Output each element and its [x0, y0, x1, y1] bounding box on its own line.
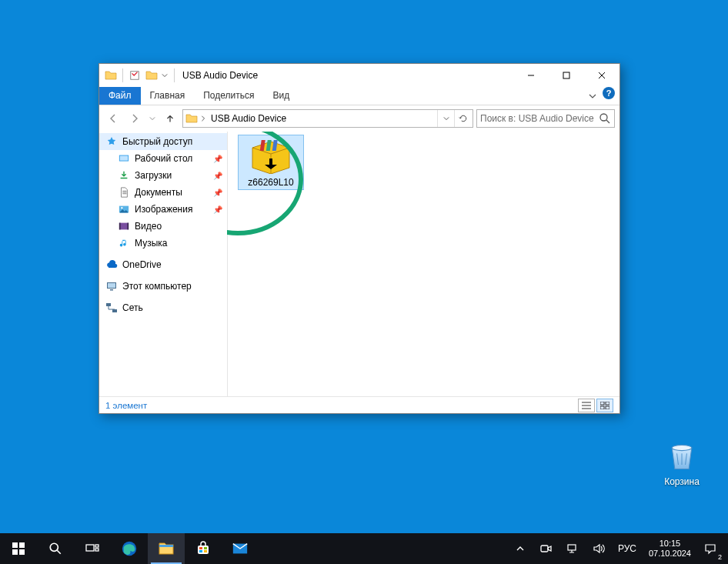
recycle-bin-icon [665, 439, 699, 473]
tray-meet-now[interactable] [533, 533, 559, 564]
close-button[interactable] [584, 64, 619, 87]
pictures-icon [118, 203, 130, 215]
clock-time: 10:15 [660, 539, 681, 549]
chevron-down-icon [589, 92, 596, 100]
nav-desktop[interactable]: Рабочий стол 📌 [99, 150, 227, 167]
windows-icon [12, 542, 25, 555]
status-count: 1 элемент [105, 401, 147, 410]
svg-point-28 [50, 543, 58, 551]
svg-rect-2 [563, 72, 569, 78]
network-icon [566, 542, 579, 555]
tray-clock[interactable]: 10:15 07.10.2024 [643, 533, 697, 564]
content-area[interactable]: z66269L10 [227, 132, 619, 396]
svg-rect-20 [600, 402, 604, 405]
nav-pictures[interactable]: Изображения 📌 [99, 201, 227, 218]
nav-documents[interactable]: Документы 📌 [99, 184, 227, 201]
desktop-recycle-bin-label: Корзина [664, 476, 700, 487]
nav-music[interactable]: Музыка [99, 235, 227, 252]
nav-this-pc[interactable]: Этот компьютер [99, 278, 227, 295]
svg-rect-12 [108, 283, 115, 288]
speaker-icon [593, 542, 605, 555]
maximize-button[interactable] [549, 64, 584, 87]
nav-recent-button[interactable] [147, 109, 158, 128]
taskbar[interactable]: РУС 10:15 07.10.2024 2 [0, 533, 728, 564]
search-input[interactable]: Поиск в: USB Audio Device [476, 109, 615, 128]
svg-rect-25 [19, 542, 25, 548]
show-desktop-button[interactable] [723, 533, 728, 564]
svg-rect-26 [12, 549, 18, 555]
music-icon [118, 237, 130, 249]
svg-rect-36 [199, 547, 202, 549]
download-icon [118, 169, 130, 182]
ribbon-expand-button[interactable] [589, 87, 596, 105]
address-bar[interactable]: USB Audio Device [182, 109, 473, 128]
nav-videos[interactable]: Видео [99, 218, 227, 235]
task-view-button[interactable] [74, 533, 111, 564]
taskbar-app-mail[interactable] [222, 533, 259, 564]
nav-forward-button[interactable] [125, 109, 144, 128]
svg-rect-42 [568, 545, 576, 550]
svg-point-7 [121, 207, 122, 209]
svg-rect-13 [110, 289, 113, 291]
window-title: USB Audio Device [182, 70, 258, 81]
titlebar[interactable]: USB Audio Device [99, 64, 619, 87]
ribbon-tabs: Файл Главная Поделиться Вид ? [99, 87, 619, 105]
taskbar-app-store[interactable] [185, 533, 222, 564]
tray-notifications[interactable]: 2 [697, 533, 723, 564]
network-icon [105, 302, 118, 314]
desktop-recycle-bin[interactable]: Корзина [653, 439, 711, 487]
taskbar-app-edge[interactable] [111, 533, 148, 564]
file-name: z66269L10 [240, 177, 302, 188]
nav-network[interactable]: Сеть [99, 299, 227, 316]
tray-overflow-button[interactable] [507, 533, 533, 564]
explorer-icon [159, 541, 174, 556]
taskbar-app-explorer[interactable] [148, 533, 185, 564]
nav-downloads[interactable]: Загрузки 📌 [99, 167, 227, 184]
tray-network[interactable] [559, 533, 586, 564]
tab-share[interactable]: Поделиться [194, 87, 263, 105]
nav-quick-access[interactable]: Быстрый доступ [99, 133, 227, 150]
minimize-button[interactable] [513, 64, 549, 87]
navigation-pane[interactable]: Быстрый доступ Рабочий стол 📌 Загрузки 📌… [99, 132, 227, 396]
properties-icon[interactable] [128, 68, 142, 82]
nav-item-label: Быстрый доступ [122, 136, 227, 147]
breadcrumb[interactable]: USB Audio Device [208, 113, 288, 124]
refresh-button[interactable] [454, 110, 471, 127]
start-button[interactable] [0, 533, 37, 564]
nav-back-button[interactable] [104, 109, 122, 128]
svg-rect-41 [541, 546, 548, 552]
taskview-icon [85, 542, 99, 556]
svg-rect-5 [120, 156, 129, 161]
camera-icon [540, 542, 553, 555]
tray-language[interactable]: РУС [612, 533, 643, 564]
svg-rect-22 [600, 406, 604, 409]
tab-view[interactable]: Вид [263, 87, 299, 105]
tab-file[interactable]: Файл [99, 87, 141, 105]
folder-icon [104, 68, 118, 82]
svg-rect-37 [204, 547, 207, 549]
address-dropdown-button[interactable] [437, 110, 454, 127]
tab-home[interactable]: Главная [141, 87, 195, 105]
video-icon [118, 220, 130, 232]
chevron-down-icon[interactable] [160, 68, 169, 82]
archive-icon [249, 138, 292, 174]
view-icons-button[interactable] [596, 399, 613, 412]
help-button[interactable]: ? [603, 87, 615, 99]
nav-up-button[interactable] [161, 109, 179, 128]
notification-icon [704, 542, 716, 555]
svg-rect-10 [127, 223, 129, 230]
language-label: РУС [618, 543, 636, 554]
svg-rect-15 [112, 309, 117, 312]
svg-rect-21 [606, 402, 609, 405]
svg-rect-31 [95, 549, 99, 551]
explorer-window: USB Audio Device Файл Главная Поделиться… [99, 63, 620, 414]
view-details-button[interactable] [578, 399, 595, 412]
nav-item-label: Видео [135, 221, 227, 232]
document-icon [118, 186, 130, 199]
tray-volume[interactable] [586, 533, 612, 564]
nav-item-label: OneDrive [122, 259, 227, 270]
search-button[interactable] [37, 533, 74, 564]
nav-onedrive[interactable]: OneDrive [99, 256, 227, 273]
pin-icon: 📌 [213, 205, 222, 214]
file-item[interactable]: z66269L10 [238, 135, 304, 190]
